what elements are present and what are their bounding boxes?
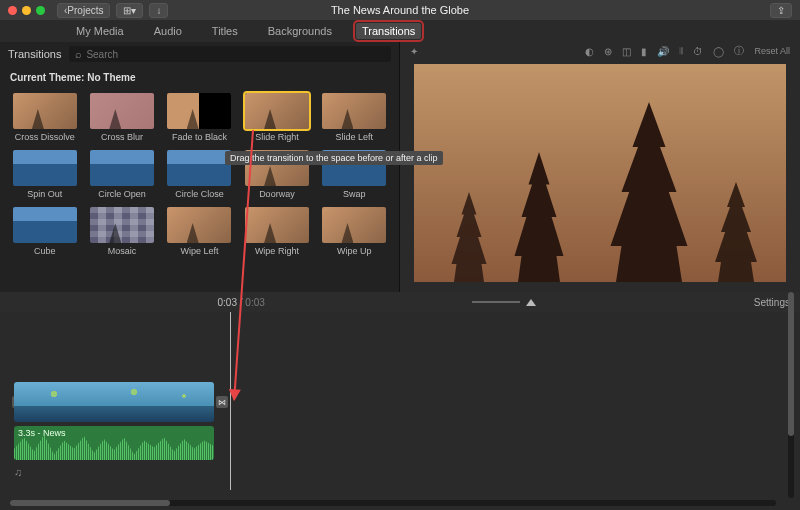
info-icon[interactable]: ⓘ [734, 44, 744, 58]
tab-my-media[interactable]: My Media [70, 23, 130, 39]
timeline-header: 0:03 / 0:03 Settings [0, 292, 800, 312]
vertical-scrollbar[interactable] [788, 292, 794, 498]
crop-icon[interactable]: ◫ [622, 46, 631, 57]
transition-item[interactable]: Spin Out [10, 150, 79, 199]
search-icon: ⌕ [75, 48, 82, 60]
audio-clip-label: 3.3s - News [18, 428, 66, 438]
transitions-browser: Transitions ⌕ Current Theme: No Theme Cr… [0, 42, 400, 292]
preview-viewport[interactable] [414, 64, 786, 282]
transition-item[interactable]: Wipe Up [320, 207, 389, 256]
transitions-grid: Cross Dissolve Cross Blur Fade to Black … [0, 89, 399, 260]
share-button[interactable]: ⇪ [770, 3, 792, 18]
close-icon[interactable] [8, 6, 17, 15]
transition-item[interactable]: Mosaic [87, 207, 156, 256]
zoom-icon[interactable] [36, 6, 45, 15]
transition-slot-right[interactable]: ⋈ [216, 396, 228, 408]
color-balance-icon[interactable]: ◐ [585, 46, 594, 57]
transition-item[interactable]: Circle Open [87, 150, 156, 199]
transition-item[interactable]: Cross Dissolve [10, 93, 79, 142]
volume-icon[interactable]: 🔊 [657, 46, 669, 57]
preview-pane: ✦ ◐ ⊛ ◫ ▮ 🔊 ⫴ ⏱ ◯ ⓘ Reset All [400, 42, 800, 292]
tab-backgrounds[interactable]: Backgrounds [262, 23, 338, 39]
zoom-slider[interactable] [472, 301, 520, 303]
tab-transitions[interactable]: Transitions [356, 23, 421, 39]
drag-tooltip: Drag the transition to the space before … [225, 151, 443, 165]
projects-button[interactable]: ‹ Projects [57, 3, 110, 18]
import-button[interactable]: ⊞▾ [116, 3, 143, 18]
eq-icon[interactable]: ⫴ [679, 45, 683, 57]
transition-item[interactable]: Wipe Right [242, 207, 311, 256]
timeline[interactable]: ⋈ ⋈ 3.3s - News ♫ [0, 312, 800, 510]
search-input[interactable]: ⌕ [69, 46, 391, 62]
wand-icon[interactable]: ✦ [410, 46, 418, 57]
theme-label: Current Theme: No Theme [0, 66, 399, 89]
audio-clip[interactable]: 3.3s - News [14, 426, 214, 460]
filter-icon[interactable]: ◯ [713, 46, 724, 57]
transition-item[interactable]: Wipe Left [165, 207, 234, 256]
transition-item[interactable]: Cross Blur [87, 93, 156, 142]
library-tabs: My Media Audio Titles Backgrounds Transi… [0, 20, 800, 42]
transition-item[interactable]: Circle Close [165, 150, 234, 199]
transition-item[interactable]: Cube [10, 207, 79, 256]
waveform [14, 432, 214, 460]
preview-content [504, 152, 574, 282]
transition-item[interactable]: Fade to Black [165, 93, 234, 142]
project-title: The News Around the Globe [331, 4, 469, 16]
tab-titles[interactable]: Titles [206, 23, 244, 39]
window-controls [8, 6, 45, 15]
video-clip[interactable]: ⋈ ⋈ 3.3s - News ♫ [14, 382, 214, 478]
transition-item[interactable]: Slide Left [320, 93, 389, 142]
browser-title: Transitions [8, 48, 61, 60]
tab-audio[interactable]: Audio [148, 23, 188, 39]
stabilize-icon[interactable]: ▮ [641, 46, 647, 57]
zoom-indicator-icon [526, 299, 536, 306]
minimize-icon[interactable] [22, 6, 31, 15]
horizontal-scrollbar[interactable] [10, 500, 776, 506]
speed-icon[interactable]: ⏱ [693, 46, 703, 57]
download-button[interactable]: ↓ [149, 3, 168, 18]
settings-button[interactable]: Settings [754, 297, 790, 308]
color-correct-icon[interactable]: ⊛ [604, 46, 612, 57]
reset-all-button[interactable]: Reset All [754, 46, 790, 56]
titlebar: ‹ Projects ⊞▾ ↓ The News Around the Glob… [0, 0, 800, 20]
preview-content [706, 182, 766, 282]
preview-content [444, 192, 494, 282]
music-track-icon: ♫ [14, 466, 214, 478]
preview-toolbar: ✦ ◐ ⊛ ◫ ▮ 🔊 ⫴ ⏱ ◯ ⓘ Reset All [400, 42, 800, 60]
preview-content [594, 102, 704, 282]
